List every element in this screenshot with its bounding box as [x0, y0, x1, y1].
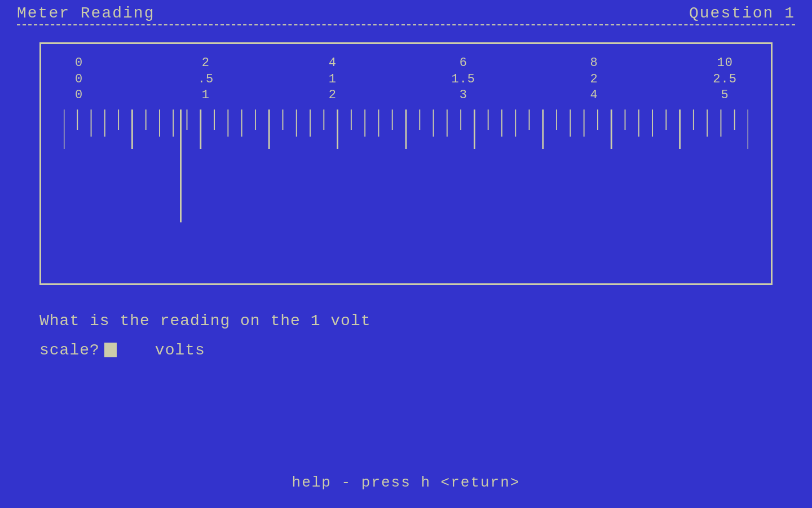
header: Meter Reading Question 1	[0, 0, 812, 22]
scale-value: 4	[590, 87, 598, 104]
scale-value: 10	[717, 55, 732, 72]
meter-needle	[180, 110, 182, 222]
scale-value: 6	[460, 55, 467, 72]
scale-value: 0	[75, 55, 83, 72]
scale-value: 3	[460, 87, 467, 104]
scale-value: 2.5	[713, 72, 737, 88]
scale-labels: 0002.5141261.53824102.55	[58, 55, 754, 104]
scale-value: 8	[590, 55, 598, 72]
scale-value: 2	[329, 87, 337, 104]
scale-group: 2.51	[198, 55, 214, 104]
scale-group: 824	[590, 55, 598, 104]
help-text: help - press h <return>	[292, 474, 520, 491]
help-area: help - press h <return>	[0, 474, 812, 491]
app-title: Meter Reading	[17, 5, 155, 22]
scale-value: 2	[202, 55, 210, 72]
scale-value: 4	[329, 55, 337, 72]
scale-group: 102.55	[713, 55, 737, 104]
scale-value: 0	[75, 72, 83, 88]
question-label: Question 1	[689, 5, 795, 22]
question-line1: What is the reading on the 1 volt	[39, 308, 773, 335]
scale-value: 1.5	[451, 72, 475, 88]
tick-area	[64, 110, 748, 234]
scale-group: 000	[75, 55, 83, 104]
scale-value: 2	[590, 72, 598, 88]
tick-marks	[64, 110, 748, 222]
scale-value: .5	[198, 72, 214, 88]
meter-display: 0002.5141261.53824102.55	[39, 42, 773, 285]
scale-value: 0	[75, 87, 83, 104]
question-volts-suffix: volts	[155, 337, 205, 364]
question-text-line1: What is the reading on the 1 volt	[39, 308, 371, 335]
scale-group: 412	[329, 55, 337, 104]
answer-input-cursor[interactable]	[104, 343, 117, 357]
scale-value: 1	[329, 72, 337, 88]
scale-group: 61.53	[451, 55, 475, 104]
question-line2: scale? volts	[39, 337, 773, 364]
header-divider	[17, 24, 795, 25]
scale-value: 5	[721, 87, 729, 104]
question-scale-prefix: scale?	[39, 337, 100, 364]
scale-value: 1	[202, 87, 210, 104]
question-area: What is the reading on the 1 volt scale?…	[39, 308, 773, 364]
